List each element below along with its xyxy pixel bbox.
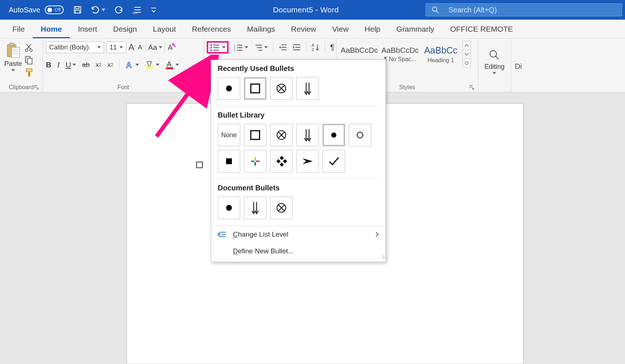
italic-button[interactable]: I [57, 60, 60, 70]
tab-mailings[interactable]: Mailings [239, 20, 283, 38]
repeat-icon[interactable] [114, 5, 123, 15]
bullet-arrowhead[interactable] [296, 150, 319, 173]
dialog-launcher-icon[interactable] [195, 85, 201, 91]
bullet-double-arrow[interactable] [296, 124, 319, 146]
dialog-launcher-icon[interactable] [469, 85, 476, 91]
autosave-toggle[interactable]: AutoSave Off [9, 5, 64, 14]
bullet-hollow-square[interactable] [244, 77, 266, 100]
bold-button[interactable]: B [46, 60, 51, 69]
chevron-down-icon[interactable] [493, 72, 496, 74]
bullet-double-arrow[interactable] [244, 197, 266, 219]
svg-text:Z: Z [312, 47, 314, 52]
list-number-icon[interactable]: 123 [132, 6, 142, 14]
svg-rect-33 [210, 50, 212, 51]
svg-text:A: A [312, 43, 315, 47]
bullet-hollow-circle[interactable] [349, 124, 371, 146]
font-color-icon[interactable]: A [165, 60, 179, 70]
scroll-up-icon[interactable] [463, 41, 471, 50]
bullet-four-color[interactable] [244, 150, 266, 173]
bullet-four-diamond[interactable] [270, 150, 293, 173]
autosave-switch[interactable]: Off [45, 5, 64, 14]
font-name-combo[interactable]: Calibri (Body) [46, 41, 104, 53]
paste-button[interactable]: Paste [3, 41, 23, 71]
separator [119, 59, 119, 70]
tab-view[interactable]: View [324, 20, 356, 38]
show-marks-icon[interactable]: ¶ [330, 43, 335, 52]
find-icon[interactable] [488, 49, 500, 61]
tab-layout[interactable]: Layout [145, 20, 184, 38]
increase-indent-icon[interactable] [292, 43, 301, 51]
save-icon[interactable] [73, 5, 82, 14]
strikethrough-button[interactable]: ab [82, 61, 90, 69]
bullet-circle-x[interactable] [270, 197, 293, 219]
copy-icon[interactable] [25, 56, 33, 64]
bullet-circle-x[interactable] [270, 77, 293, 100]
svg-rect-1 [76, 7, 79, 9]
style-preview: AaBbCc [424, 45, 458, 56]
tab-design[interactable]: Design [105, 20, 145, 38]
change-list-level-label: CChange List Levelhange List Level [233, 230, 288, 238]
tab-help[interactable]: Help [357, 20, 388, 38]
numbering-button[interactable]: 123 [234, 43, 248, 51]
tab-review[interactable]: Review [283, 20, 324, 38]
qat-more-icon[interactable] [150, 7, 157, 13]
define-new-bullet-label: DDefine New Bullet...efine New Bullet... [233, 247, 294, 255]
svg-point-17 [25, 49, 28, 52]
shrink-font-icon[interactable]: Aˇ [138, 44, 143, 51]
bullet-filled-square[interactable] [218, 150, 240, 173]
svg-text:A: A [126, 60, 132, 69]
scroll-down-icon[interactable] [463, 50, 471, 59]
svg-rect-13 [12, 47, 20, 58]
text-effects-icon[interactable]: A [125, 60, 139, 69]
svg-rect-65 [251, 131, 260, 139]
bullet-circle-x[interactable] [270, 124, 293, 146]
tab-grammarly[interactable]: Grammarly [388, 20, 442, 38]
tab-references[interactable]: References [184, 20, 239, 38]
subscript-button[interactable]: x2 [95, 61, 101, 69]
tab-file[interactable]: File [4, 20, 33, 38]
style-heading1[interactable]: AaBbCcHeading 1 [421, 41, 461, 68]
decrease-indent-icon[interactable] [278, 43, 287, 51]
resize-grip-icon[interactable]: ⠿ [382, 255, 384, 260]
search-icon [432, 6, 439, 13]
tab-insert[interactable]: Insert [70, 20, 105, 38]
cut-icon[interactable] [25, 43, 33, 52]
svg-rect-2 [75, 10, 80, 13]
style-no-spacing[interactable]: AaBbCcDc¶ No Spac... [380, 41, 420, 68]
format-painter-icon[interactable] [25, 68, 33, 77]
bullets-dropdown: Recently Used Bullets Bullet Library Non… [211, 60, 386, 262]
clear-formatting-icon[interactable]: A [167, 43, 177, 52]
multilevel-list-button[interactable] [253, 43, 268, 51]
superscript-button[interactable]: x2 [107, 61, 113, 69]
bullet-filled-circle[interactable] [218, 197, 240, 219]
bullets-button[interactable] [207, 41, 229, 54]
grow-font-icon[interactable]: Aˆ [128, 42, 136, 52]
highlight-icon[interactable] [145, 60, 159, 70]
dialog-launcher-icon[interactable] [34, 85, 40, 91]
font-size-combo[interactable]: 11 [106, 41, 126, 53]
bullet-double-arrow[interactable] [296, 77, 319, 100]
autosave-label: AutoSave [9, 6, 40, 14]
define-new-bullet-item[interactable]: DDefine New Bullet...efine New Bullet... [211, 243, 385, 260]
bullet-hollow-square[interactable] [244, 124, 266, 146]
chevron-down-icon [222, 46, 226, 48]
recent-bullets-title: Recently Used Bullets [218, 64, 379, 73]
bullet-filled-circle[interactable] [218, 77, 240, 100]
tab-home[interactable]: Home [33, 20, 70, 38]
separator [146, 42, 146, 53]
change-list-level-item[interactable]: CChange List Levelhange List Level [211, 226, 385, 243]
tab-office-remote[interactable]: OFFICE REMOTE [442, 20, 521, 38]
underline-button[interactable]: U [66, 60, 76, 69]
styles-gallery-scroll[interactable] [462, 41, 471, 68]
search-box[interactable]: Search (Alt+Q) [426, 3, 622, 16]
bullet-checkmark[interactable] [323, 150, 345, 173]
bullet-filled-circle[interactable] [323, 124, 345, 146]
undo-icon[interactable] [91, 5, 105, 14]
svg-rect-76 [251, 161, 254, 162]
change-case-button[interactable]: Aa [148, 43, 162, 52]
bullet-library-title: Bullet Library [218, 111, 379, 119]
bullet-none[interactable]: None [218, 124, 240, 146]
gallery-expand-icon[interactable] [463, 59, 471, 67]
style-preview: AaBbCcDc [341, 46, 378, 55]
sort-icon[interactable]: AZ [312, 43, 320, 52]
